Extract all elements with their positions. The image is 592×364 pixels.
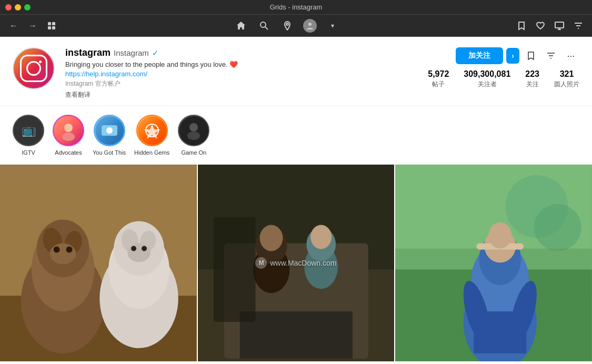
minimize-button[interactable] xyxy=(15,4,21,11)
user-avatar[interactable] xyxy=(303,19,317,33)
maximize-button[interactable] xyxy=(24,4,31,11)
stat-followers-label: 关注者 xyxy=(478,80,497,88)
forward-button[interactable]: → xyxy=(25,18,40,33)
save-profile-button[interactable] xyxy=(523,47,539,64)
profile-stats-row: 5,972 帖子 309,300,081 关注者 223 关注 321 圆人照片 xyxy=(428,69,579,89)
svg-point-23 xyxy=(189,123,198,132)
svg-point-6 xyxy=(286,23,288,25)
svg-point-17 xyxy=(64,124,73,132)
profile-avatar-wrap xyxy=(13,47,55,89)
toolbar-center: ▾ xyxy=(63,18,510,33)
stat-followers-value: 309,300,081 xyxy=(464,69,510,79)
svg-point-7 xyxy=(308,23,312,26)
profile-bio: Bringing you closer to the people and th… xyxy=(65,60,390,68)
story-label-yougotthis: You Got This xyxy=(93,149,126,156)
svg-rect-1 xyxy=(52,22,55,25)
profile-actions-row: 加关注 › ··· xyxy=(456,47,579,64)
grid-item-woman-blue[interactable] xyxy=(395,165,592,361)
grid-item-dogs[interactable] xyxy=(0,165,197,361)
follow-button[interactable]: 加关注 xyxy=(456,47,503,64)
title-bar: Grids - instagram xyxy=(0,0,592,15)
bookmark-button[interactable] xyxy=(514,18,529,33)
home-button[interactable] xyxy=(234,18,248,33)
grid-img-women xyxy=(198,165,395,361)
translate-button[interactable]: 查看翻译 xyxy=(65,90,390,99)
stat-posts-value: 5,972 xyxy=(428,69,449,79)
igtv-icon: 📺 xyxy=(22,124,36,137)
svg-rect-52 xyxy=(239,311,352,359)
heart-button[interactable] xyxy=(533,18,548,33)
follow-dropdown-button[interactable]: › xyxy=(506,48,519,64)
story-img-advocates xyxy=(54,116,83,145)
main-content: instagram Instagram ✓ Bringing you close… xyxy=(0,37,592,364)
svg-point-51 xyxy=(310,225,332,249)
stat-posts-label: 帖子 xyxy=(432,80,445,88)
toolbar-right xyxy=(514,18,586,33)
svg-rect-0 xyxy=(48,22,51,25)
stat-following: 223 关注 xyxy=(525,69,539,89)
stat-tagged: 321 圆人照片 xyxy=(554,69,579,89)
profile-link[interactable]: https://help.instagram.com/ xyxy=(65,70,390,78)
filter-profile-button[interactable] xyxy=(543,47,559,64)
grid-item-women[interactable]: M www.MacDown.com xyxy=(198,165,395,361)
profile-name-row: instagram Instagram ✓ xyxy=(65,47,390,58)
window-title: Grids - instagram xyxy=(270,3,323,11)
monitor-button[interactable] xyxy=(552,18,567,33)
profile-section: instagram Instagram ✓ Bringing you close… xyxy=(0,37,592,106)
search-button[interactable] xyxy=(257,18,272,33)
story-circle-gameon xyxy=(178,115,209,146)
svg-line-5 xyxy=(265,27,268,29)
story-circle-advocates xyxy=(53,115,84,146)
svg-rect-3 xyxy=(52,26,55,29)
profile-stats-actions: 加关注 › ··· 5,972 xyxy=(400,47,579,89)
profile-name: instagram xyxy=(65,47,111,58)
svg-point-20 xyxy=(106,127,113,134)
svg-point-33 xyxy=(54,246,60,252)
verified-badge-icon: ✓ xyxy=(152,48,159,58)
story-item-hiddengems[interactable]: Hidden Gems xyxy=(134,115,169,156)
close-button[interactable] xyxy=(5,4,12,11)
svg-point-34 xyxy=(66,246,73,252)
profile-info: instagram Instagram ✓ Bringing you close… xyxy=(65,47,390,99)
grid-view-button[interactable] xyxy=(44,18,59,33)
profile-account-type: Instagram 官方帐户 xyxy=(65,79,390,88)
svg-point-18 xyxy=(62,133,75,141)
story-img-gameon xyxy=(179,116,208,145)
story-img-yougotthis xyxy=(95,116,124,145)
stat-posts: 5,972 帖子 xyxy=(428,69,449,89)
back-button[interactable]: ← xyxy=(6,18,21,33)
svg-point-65 xyxy=(489,223,512,249)
svg-point-24 xyxy=(187,132,200,140)
svg-point-59 xyxy=(534,204,581,251)
more-options-button[interactable]: ··· xyxy=(563,47,579,64)
grid-img-dogs xyxy=(0,165,197,361)
location-button[interactable] xyxy=(280,18,295,33)
svg-rect-2 xyxy=(48,26,51,29)
story-item-yougotthis[interactable]: You Got This xyxy=(93,115,126,156)
stat-following-label: 关注 xyxy=(526,80,539,88)
stat-tagged-value: 321 xyxy=(554,69,579,79)
svg-point-32 xyxy=(50,243,76,264)
photo-grid: M www.MacDown.com xyxy=(0,165,592,361)
stat-following-value: 223 xyxy=(525,69,539,79)
traffic-lights xyxy=(5,4,31,11)
toolbar-nav: ← → xyxy=(6,18,59,33)
story-circle-hiddengems xyxy=(136,115,168,146)
story-label-hiddengems: Hidden Gems xyxy=(134,149,169,156)
account-chevron[interactable]: ▾ xyxy=(325,18,340,33)
profile-handle: Instagram xyxy=(114,48,149,57)
story-item-igtv[interactable]: 📺 IGTV xyxy=(13,115,44,156)
stories-row: 📺 IGTV Advocates You Got This xyxy=(0,106,592,165)
story-label-advocates: Advocates xyxy=(55,149,82,156)
story-circle-igtv: 📺 xyxy=(13,115,44,146)
svg-point-4 xyxy=(260,22,266,27)
svg-rect-53 xyxy=(214,217,256,322)
profile-avatar xyxy=(13,47,55,89)
grid-img-woman-blue xyxy=(395,165,592,361)
instagram-logo-icon xyxy=(20,55,47,82)
filter-button[interactable] xyxy=(571,18,586,33)
story-label-igtv: IGTV xyxy=(22,149,35,156)
story-label-gameon: Game On xyxy=(181,149,206,156)
story-item-gameon[interactable]: Game On xyxy=(178,115,209,156)
story-item-advocates[interactable]: Advocates xyxy=(53,115,84,156)
